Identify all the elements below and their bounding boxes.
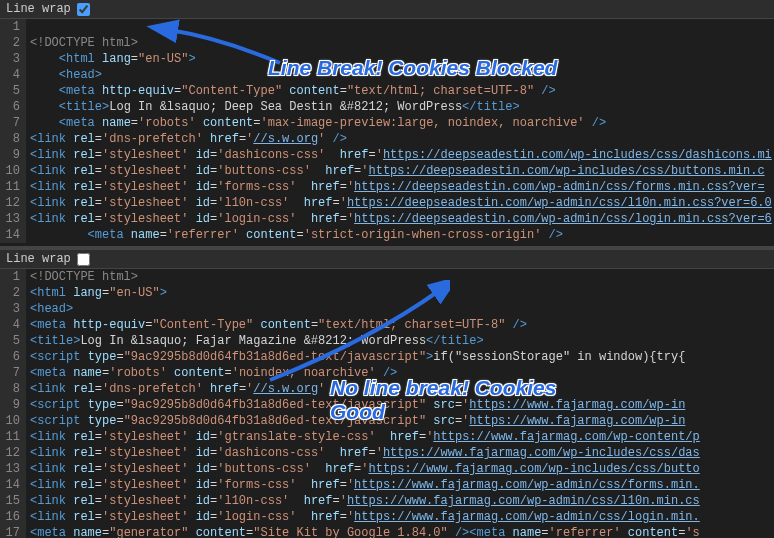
- code-line[interactable]: <!DOCTYPE html>: [30, 269, 774, 285]
- code-line[interactable]: <html lang="en-US">: [30, 285, 774, 301]
- code-area-top[interactable]: 1234567 891011121314 <!DOCTYPE html> <ht…: [0, 19, 774, 243]
- code-line[interactable]: <script type="9ac9295b8d0d64fb31a8d6ed-t…: [30, 397, 774, 413]
- source-panel-cookies-blocked: Line wrap 1234567 891011121314 <!DOCTYPE…: [0, 0, 774, 246]
- code-line[interactable]: <title>Log In &lsaquo; Fajar Magazine &#…: [30, 333, 774, 349]
- code-line[interactable]: <link rel='stylesheet' id='buttons-css' …: [30, 163, 774, 179]
- code-line[interactable]: <link rel='stylesheet' id='l10n-css' hre…: [30, 493, 774, 509]
- panel-header: Line wrap: [0, 250, 774, 269]
- line-wrap-checkbox-bottom[interactable]: [77, 253, 90, 266]
- code-line[interactable]: <link rel='stylesheet' id='forms-css' hr…: [30, 179, 774, 195]
- gutter-top: 1234567 891011121314: [0, 19, 26, 243]
- code-content-bottom[interactable]: <!DOCTYPE html><html lang="en-US"><head>…: [26, 269, 774, 538]
- code-line[interactable]: <meta name='robots' content='max-image-p…: [30, 115, 774, 131]
- code-line[interactable]: <meta http-equiv="Content-Type" content=…: [30, 317, 774, 333]
- code-line[interactable]: <meta name='referrer' content='strict-or…: [30, 227, 774, 243]
- code-line[interactable]: <meta name="generator" content="Site Kit…: [30, 525, 774, 538]
- code-line[interactable]: <title>Log In &lsaquo; Deep Sea Destin &…: [30, 99, 774, 115]
- code-line[interactable]: <link rel='dns-prefetch' href='//s.w.org…: [30, 131, 774, 147]
- code-line[interactable]: <link rel='stylesheet' id='dashicons-css…: [30, 147, 774, 163]
- panel-header: Line wrap: [0, 0, 774, 19]
- code-content-top[interactable]: <!DOCTYPE html> <html lang="en-US"> <hea…: [26, 19, 774, 243]
- code-line[interactable]: <link rel='stylesheet' id='buttons-css' …: [30, 461, 774, 477]
- code-line[interactable]: <!DOCTYPE html>: [30, 35, 774, 51]
- line-wrap-label: Line wrap: [6, 252, 71, 266]
- source-panel-cookies-good: Line wrap 1234567 891011121314 15161718 …: [0, 250, 774, 538]
- line-wrap-checkbox-top[interactable]: [77, 3, 90, 16]
- code-line[interactable]: <link rel='stylesheet' id='dashicons-css…: [30, 445, 774, 461]
- code-line[interactable]: <meta http-equiv="Content-Type" content=…: [30, 83, 774, 99]
- code-area-bottom[interactable]: 1234567 891011121314 15161718 <!DOCTYPE …: [0, 269, 774, 538]
- code-line[interactable]: <script type="9ac9295b8d0d64fb31a8d6ed-t…: [30, 413, 774, 429]
- code-line[interactable]: <link rel='stylesheet' id='login-css' hr…: [30, 211, 774, 227]
- code-line[interactable]: <head>: [30, 301, 774, 317]
- code-line[interactable]: <link rel='stylesheet' id='forms-css' hr…: [30, 477, 774, 493]
- code-line[interactable]: [30, 19, 774, 35]
- code-line[interactable]: <link rel='stylesheet' id='login-css' hr…: [30, 509, 774, 525]
- code-line[interactable]: <script type="9ac9295b8d0d64fb31a8d6ed-t…: [30, 349, 774, 365]
- code-line[interactable]: <link rel='dns-prefetch' href='//s.w.org…: [30, 381, 774, 397]
- gutter-bottom: 1234567 891011121314 15161718: [0, 269, 26, 538]
- code-line[interactable]: <html lang="en-US">: [30, 51, 774, 67]
- code-line[interactable]: <head>: [30, 67, 774, 83]
- code-line[interactable]: <link rel='stylesheet' id='gtranslate-st…: [30, 429, 774, 445]
- code-line[interactable]: <link rel='stylesheet' id='l10n-css' hre…: [30, 195, 774, 211]
- line-wrap-label: Line wrap: [6, 2, 71, 16]
- code-line[interactable]: <meta name='robots' content='noindex, no…: [30, 365, 774, 381]
